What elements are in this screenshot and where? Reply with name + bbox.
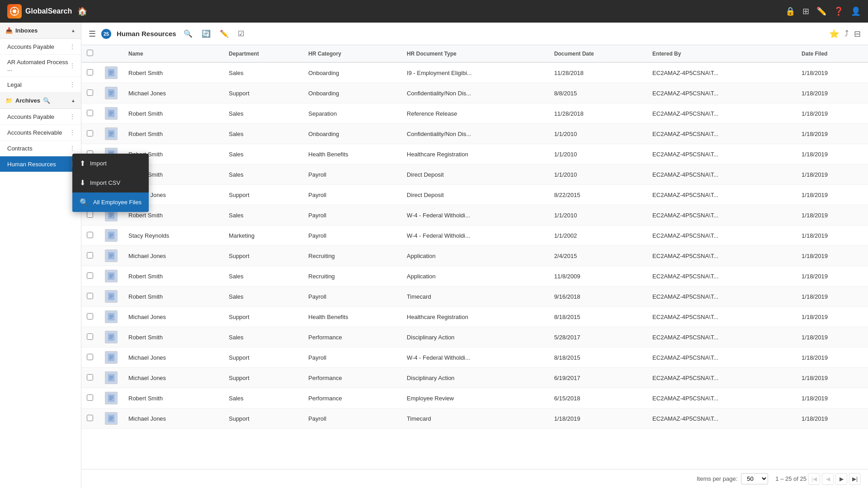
edit-icon[interactable]: ✏️ [816, 6, 826, 16]
row-checkbox[interactable] [81, 368, 99, 388]
row-checkbox[interactable] [81, 327, 99, 347]
sidebar-item-contracts[interactable]: Contracts ⋮ [0, 141, 81, 156]
select-all-checkbox[interactable] [87, 50, 93, 56]
row-checkbox[interactable] [81, 286, 99, 307]
table-row[interactable]: Michael Jones Support Payroll W-4 - Fede… [81, 347, 868, 368]
more-icon[interactable]: ⋮ [69, 113, 75, 120]
search-toolbar-button[interactable]: 🔍 [182, 28, 194, 40]
table-row[interactable]: Robert Smith Sales Separation Reference … [81, 103, 868, 124]
more-icon[interactable]: ⋮ [69, 129, 75, 136]
search-icon[interactable]: 🔍 [43, 97, 50, 104]
row-select-checkbox[interactable] [87, 272, 93, 279]
table-row[interactable]: Robert Smith Sales Onboarding Confidenti… [81, 124, 868, 144]
col-name[interactable]: Name [123, 45, 223, 62]
doc-thumbnail[interactable] [105, 412, 118, 425]
table-row[interactable]: Michael Jones Support Payroll Timecard 1… [81, 408, 868, 429]
row-checkbox[interactable] [81, 408, 99, 429]
home-icon[interactable]: 🏠 [77, 6, 87, 16]
sidebar-item-ar-automated[interactable]: AR Automated Process ... ⋮ [0, 55, 81, 77]
star-icon[interactable]: ⭐ [829, 29, 839, 39]
row-select-checkbox[interactable] [87, 89, 93, 96]
table-row[interactable]: Michael Jones Support Performance Discip… [81, 368, 868, 388]
row-select-checkbox[interactable] [87, 232, 93, 238]
row-select-checkbox[interactable] [87, 354, 93, 360]
table-row[interactable]: Robert Smith Sales Performance Employee … [81, 388, 868, 408]
table-row[interactable]: Michael Jones Support Payroll Direct Dep… [81, 185, 868, 205]
refresh-toolbar-button[interactable]: 🔄 [200, 28, 212, 40]
inboxes-header[interactable]: 📥 Inboxes ▲ [0, 23, 81, 39]
row-select-checkbox[interactable] [87, 252, 93, 258]
row-select-checkbox[interactable] [87, 211, 93, 218]
lock-icon[interactable]: 🔒 [785, 6, 795, 16]
more-icon[interactable]: ⋮ [69, 43, 75, 50]
grid-icon[interactable]: ⊞ [802, 6, 809, 16]
row-select-checkbox[interactable] [87, 313, 93, 319]
row-checkbox[interactable] [81, 347, 99, 368]
context-menu-import[interactable]: ⬆ Import [72, 154, 149, 173]
row-select-checkbox[interactable] [87, 69, 93, 75]
row-checkbox[interactable] [81, 225, 99, 246]
row-checkbox[interactable] [81, 83, 99, 103]
doc-thumbnail[interactable] [105, 331, 118, 343]
row-select-checkbox[interactable] [87, 415, 93, 421]
col-entered-by[interactable]: Entered By [647, 45, 796, 62]
col-department[interactable]: Department [223, 45, 303, 62]
doc-thumbnail[interactable] [105, 392, 118, 404]
more-icon[interactable]: ⋮ [69, 81, 75, 88]
sidebar-item-accounts-receivable[interactable]: Accounts Receivable ⋮ [0, 125, 81, 141]
row-checkbox[interactable] [81, 246, 99, 266]
doc-thumbnail[interactable] [105, 229, 118, 242]
badge-button[interactable]: 25 [101, 29, 111, 39]
col-hr-category[interactable]: HR Category [303, 45, 401, 62]
row-checkbox[interactable] [81, 388, 99, 408]
next-page-button[interactable]: ▶ [835, 473, 847, 485]
doc-thumbnail[interactable] [105, 371, 118, 384]
layout-icon[interactable]: ⊟ [854, 29, 861, 39]
row-select-checkbox[interactable] [87, 293, 93, 299]
table-row[interactable]: Michael Jones Support Onboarding Confide… [81, 83, 868, 103]
table-row[interactable]: Robert Smith Sales Performance Disciplin… [81, 327, 868, 347]
row-checkbox[interactable] [81, 124, 99, 144]
sidebar-item-accounts-payable-top[interactable]: Accounts Payable ⋮ [0, 39, 81, 55]
prev-page-button[interactable]: ◀ [822, 473, 834, 485]
doc-thumbnail[interactable] [105, 127, 118, 140]
more-icon[interactable]: ⋮ [69, 145, 75, 152]
sidebar-item-human-resources[interactable]: Human Resources ⋮ [0, 156, 81, 172]
row-checkbox[interactable] [81, 307, 99, 327]
edit-toolbar-button[interactable]: ✏️ [218, 28, 231, 40]
hamburger-button[interactable]: ☰ [89, 29, 96, 39]
row-select-checkbox[interactable] [87, 333, 93, 340]
row-checkbox[interactable] [81, 62, 99, 83]
col-doc-date[interactable]: Document Date [549, 45, 647, 62]
context-menu-import-csv[interactable]: ⬇ Import CSV [72, 173, 149, 192]
table-row[interactable]: Michael Jones Support Recruiting Applica… [81, 246, 868, 266]
doc-thumbnail[interactable] [105, 351, 118, 364]
sidebar-item-legal[interactable]: Legal ⋮ [0, 77, 81, 93]
col-date-filed[interactable]: Date Filed [796, 45, 868, 62]
user-icon[interactable]: 👤 [851, 6, 861, 16]
col-hr-doc-type[interactable]: HR Document Type [401, 45, 549, 62]
doc-thumbnail[interactable] [105, 270, 118, 282]
row-select-checkbox[interactable] [87, 130, 93, 136]
table-row[interactable]: Robert Smith Sales Payroll Direct Deposi… [81, 164, 868, 185]
first-page-button[interactable]: |◀ [808, 473, 820, 485]
doc-thumbnail[interactable] [105, 310, 118, 323]
check-toolbar-button[interactable]: ☑ [236, 28, 246, 40]
archives-header[interactable]: 📁 Archives 🔍 ▲ [0, 93, 81, 109]
more-icon[interactable]: ⋮ [69, 62, 75, 69]
doc-thumbnail[interactable] [105, 107, 118, 120]
row-checkbox[interactable] [81, 266, 99, 286]
table-row[interactable]: Robert Smith Sales Health Benefits Healt… [81, 144, 868, 164]
doc-thumbnail[interactable] [105, 249, 118, 262]
context-menu-all-employee-files[interactable]: 🔍 All Employee Files [72, 192, 149, 212]
sidebar-item-accounts-payable[interactable]: Accounts Payable ⋮ [0, 109, 81, 125]
row-checkbox[interactable] [81, 103, 99, 124]
row-select-checkbox[interactable] [87, 394, 93, 401]
doc-thumbnail[interactable] [105, 87, 118, 99]
last-page-button[interactable]: ▶| [849, 473, 861, 485]
help-icon[interactable]: ❓ [834, 6, 844, 16]
table-row[interactable]: Stacy Reynolds Marketing Payroll W-4 - F… [81, 225, 868, 246]
doc-thumbnail[interactable] [105, 66, 118, 79]
share-icon[interactable]: ⤴ [844, 29, 849, 38]
doc-thumbnail[interactable] [105, 290, 118, 303]
